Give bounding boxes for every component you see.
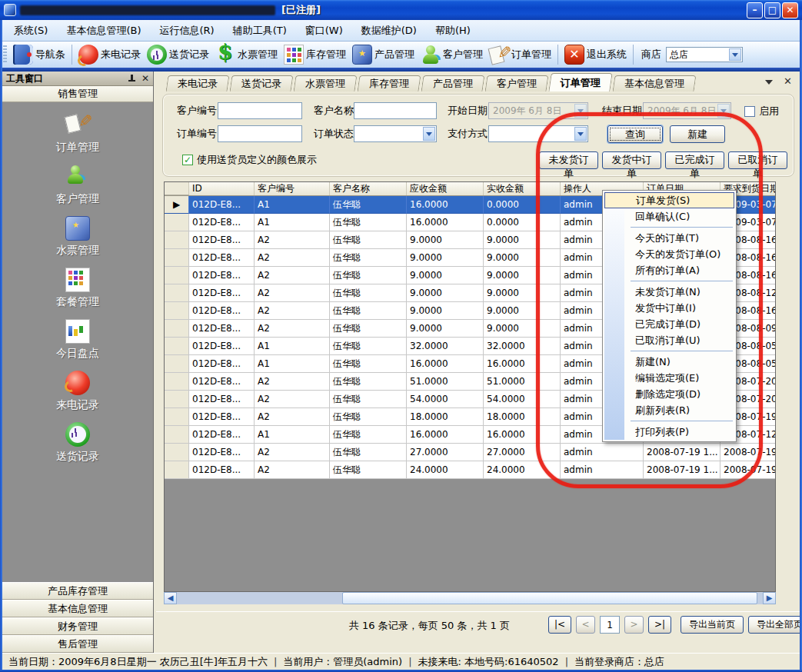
- toolbar-button-cust[interactable]: 客户管理: [418, 44, 486, 65]
- toolbar-button-prod[interactable]: 产品管理: [349, 44, 418, 65]
- row-selector[interactable]: [165, 267, 189, 284]
- sidebar-item-cal[interactable]: 套餐管理: [32, 268, 124, 309]
- row-selector[interactable]: [165, 249, 189, 267]
- prev-page-button[interactable]: <: [576, 616, 595, 634]
- sidebar-group-sales[interactable]: 销售管理: [2, 86, 153, 102]
- row-selector[interactable]: [165, 231, 189, 249]
- context-menu-item[interactable]: 已取消订单(U): [604, 332, 734, 348]
- row-selector[interactable]: [165, 355, 189, 373]
- toolbar-button-bell[interactable]: 来电记录: [75, 44, 144, 65]
- menu-item-5[interactable]: 数据维护(D): [354, 22, 424, 40]
- new-button[interactable]: 新建: [670, 125, 725, 143]
- column-header-1[interactable]: 客户编号: [255, 182, 330, 195]
- column-header-0[interactable]: ID: [189, 182, 255, 195]
- column-header-2[interactable]: 客户名称: [330, 182, 407, 195]
- row-selector[interactable]: [165, 284, 189, 302]
- sidebar-group-2[interactable]: 财务管理: [2, 617, 153, 635]
- column-header-4[interactable]: 实收金额: [484, 182, 561, 195]
- tab-7[interactable]: 基本信息管理: [613, 75, 697, 91]
- toolbar-button-nav[interactable]: 导航条: [10, 44, 68, 65]
- tab-0[interactable]: 来电记录: [166, 75, 230, 91]
- pay-method-chevron-down-icon[interactable]: [574, 127, 587, 141]
- menu-item-6[interactable]: 帮助(H): [428, 22, 478, 40]
- row-selector[interactable]: [165, 444, 189, 461]
- context-menu-item[interactable]: 未发货订单(N): [604, 284, 734, 300]
- context-menu-item[interactable]: 新建(N): [604, 354, 734, 370]
- context-menu-item[interactable]: 今天的订单(T): [604, 230, 734, 246]
- action-button-1[interactable]: 发货中订单: [602, 151, 661, 169]
- export-all-pages-button[interactable]: 导出全部页: [748, 616, 802, 634]
- query-button[interactable]: 查询: [607, 125, 663, 143]
- action-button-2[interactable]: 已完成订单: [665, 151, 724, 169]
- tab-1[interactable]: 送货记录: [230, 75, 294, 91]
- row-selector[interactable]: [165, 214, 189, 231]
- scroll-right-icon[interactable]: ▶: [763, 592, 776, 604]
- sidebar-item-bell[interactable]: 来电记录: [32, 371, 124, 412]
- order-status-chevron-down-icon[interactable]: [423, 127, 435, 141]
- menu-item-1[interactable]: 基本信息管理(B): [58, 22, 148, 40]
- context-menu-item[interactable]: 所有的订单(A): [604, 262, 734, 278]
- horizontal-scrollbar[interactable]: ◀ ▶: [164, 592, 776, 604]
- menu-item-0[interactable]: 系统(S): [6, 22, 55, 40]
- toolbar-button-order[interactable]: 订单管理: [486, 44, 554, 65]
- sidebar-item-cust[interactable]: 客户管理: [32, 165, 124, 206]
- action-button-0[interactable]: 未发货订单: [539, 151, 598, 169]
- row-selector[interactable]: ▶: [165, 196, 189, 214]
- row-selector[interactable]: [165, 391, 189, 408]
- last-page-button[interactable]: >|: [648, 616, 671, 634]
- next-page-button[interactable]: >: [624, 616, 644, 634]
- context-menu-item[interactable]: 删除选定项(D): [604, 386, 734, 402]
- column-header-3[interactable]: 应收金额: [407, 182, 484, 195]
- context-menu-item[interactable]: 编辑选定项(E): [604, 370, 734, 386]
- row-selector[interactable]: [165, 408, 189, 426]
- row-selector[interactable]: [165, 302, 189, 320]
- sidebar-group-0[interactable]: 产品库存管理: [2, 582, 153, 600]
- toolbar-button-exit[interactable]: 退出系统: [561, 44, 630, 65]
- customer-no-input[interactable]: [218, 102, 302, 119]
- toolbar-button-cal[interactable]: 库存管理: [281, 44, 349, 65]
- delivery-color-checkbox[interactable]: ✓: [182, 155, 193, 165]
- context-menu-item[interactable]: 已完成订单(D): [604, 316, 734, 332]
- toolbar-button-clock[interactable]: 送货记录: [144, 44, 212, 65]
- row-selector[interactable]: [165, 426, 189, 444]
- context-menu-item[interactable]: 订单发货(S): [604, 192, 734, 208]
- sidebar-group-1[interactable]: 基本信息管理: [2, 600, 153, 617]
- row-selector[interactable]: [165, 338, 189, 355]
- context-menu-item[interactable]: 打印列表(P): [604, 424, 734, 440]
- menu-item-3[interactable]: 辅助工具(T): [225, 22, 295, 40]
- menu-item-4[interactable]: 窗口(W): [298, 22, 351, 40]
- tab-close-icon[interactable]: ✕: [784, 76, 792, 88]
- tab-list-chevron-down-icon[interactable]: [765, 80, 773, 88]
- table-row[interactable]: 012D-E8...A2伍华聪24.000024.0000admin2008-0…: [165, 461, 775, 479]
- sidebar-item-chart[interactable]: 今日盘点: [32, 319, 124, 361]
- enable-checkbox[interactable]: [744, 106, 755, 117]
- minimize-button[interactable]: –: [747, 2, 763, 18]
- tab-4[interactable]: 产品管理: [421, 75, 485, 91]
- maximize-button[interactable]: □: [764, 2, 780, 18]
- close-button[interactable]: ✕: [782, 2, 798, 18]
- context-menu-item[interactable]: 发货中订单(I): [604, 300, 734, 316]
- pin-icon[interactable]: [128, 75, 135, 83]
- first-page-button[interactable]: |<: [548, 616, 571, 634]
- export-current-page-button[interactable]: 导出当前页: [681, 616, 744, 634]
- page-number-input[interactable]: [600, 616, 620, 634]
- context-menu-item[interactable]: 刷新列表(R): [604, 402, 734, 418]
- shop-chevron-down-icon[interactable]: [729, 48, 741, 61]
- row-selector[interactable]: [165, 461, 189, 479]
- sidebar-item-clock[interactable]: 送货记录: [32, 422, 124, 464]
- order-status-select[interactable]: [354, 125, 437, 142]
- scroll-left-icon[interactable]: ◀: [164, 592, 177, 604]
- sidebar-group-3[interactable]: 售后管理: [2, 635, 153, 653]
- end-date-chevron-down-icon[interactable]: [717, 104, 730, 118]
- tool-window-close-icon[interactable]: ✕: [141, 75, 149, 82]
- tab-2[interactable]: 水票管理: [294, 75, 358, 91]
- order-no-input[interactable]: [218, 125, 302, 142]
- customer-name-input[interactable]: [354, 102, 437, 119]
- scrollbar-thumb[interactable]: [342, 592, 757, 604]
- start-date-picker[interactable]: 2009年 6月 8日: [488, 102, 588, 119]
- toolbar-grip[interactable]: [3, 45, 7, 64]
- row-selector[interactable]: [165, 320, 189, 338]
- sidebar-item-ticket[interactable]: 水票管理: [32, 216, 124, 258]
- tab-3[interactable]: 库存管理: [358, 75, 421, 91]
- end-date-picker[interactable]: 2009年 6月 8日: [643, 102, 731, 119]
